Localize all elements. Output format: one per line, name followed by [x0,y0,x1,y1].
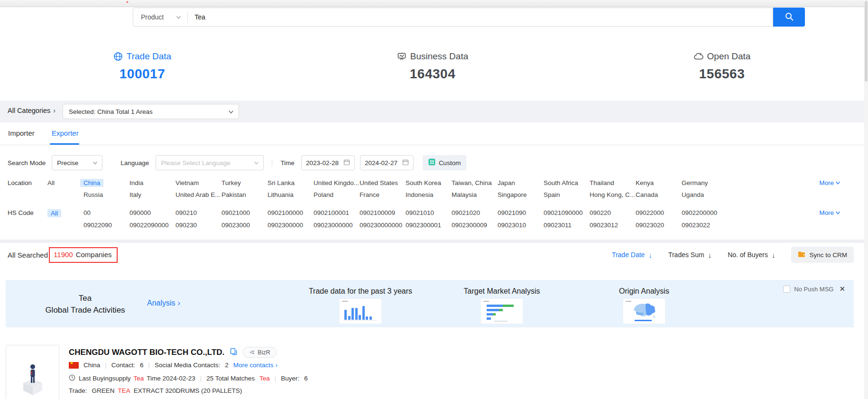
hscode-option[interactable]: 09021090 [498,209,544,217]
language-select[interactable]: Please Select Language [156,155,264,170]
location-option[interactable]: Malaysia [452,191,498,198]
location-option[interactable]: Italy [129,191,175,198]
location-option[interactable]: Vietnam [175,179,222,187]
sort-no-of-buyers[interactable]: No. of Buyers ↓ [728,251,775,259]
location-option[interactable]: South Korea [406,179,452,187]
hscode-option[interactable]: 09023022 [682,222,728,229]
hscode-option[interactable]: 0902300009 [452,222,498,229]
hscode-option[interactable]: 0902300001 [406,222,452,229]
location-option[interactable]: Japan [498,179,544,187]
stat-trade-data[interactable]: Trade Data 100017 [90,51,194,82]
hscode-option[interactable]: 09022090 [83,222,129,229]
location-option[interactable]: Taiwan, China [452,179,498,187]
location-option[interactable]: Singapore [498,191,544,198]
tab-exporter[interactable]: Exporter [52,129,79,137]
date-to-input[interactable]: 2024-02-27 [360,155,414,170]
location-option[interactable]: Turkey [222,179,268,187]
hscode-option[interactable]: 090230 [175,222,222,229]
location-option[interactable]: Pakistan [222,191,268,198]
hscode-option[interactable]: 09021000 [222,209,268,217]
hscode-option[interactable]: 0902100001 [314,209,360,217]
location-option[interactable]: Thailand [590,179,636,187]
hscode-option[interactable]: 09023000 [222,222,268,229]
custom-date-button[interactable]: Custom [423,155,467,170]
selected-areas-dropdown[interactable]: Selected: China Total 1 Areas [63,104,239,119]
location-option[interactable]: Lithuania [268,191,314,198]
location-filter: Location All ChinaIndiaVietnamTurkeySri … [0,179,806,198]
location-option[interactable]: India [129,179,175,187]
company-name[interactable]: CHENGDU WAGOTT BIO-TECH CO.,LTD. [69,348,224,357]
more-contacts-link[interactable]: More contacts › [233,362,277,369]
hscode-option[interactable]: 090220 [590,209,636,217]
location-option[interactable]: United Arab E... [175,191,222,198]
sort-trade-date[interactable]: Trade Date ↓ [612,251,652,259]
date-from-input[interactable]: 2023-02-28 [301,155,355,170]
card-origin-analysis[interactable]: Origin Analysis [592,280,696,327]
hscode-option[interactable]: 09023010 [498,222,544,229]
company-thumbnail[interactable] [6,345,59,399]
card-trade-data-3-years[interactable]: Trade data for the past 3 years [308,280,413,327]
hscode-option[interactable]: 090230000000 [360,222,406,229]
location-option[interactable]: Sri Lanka [268,179,314,187]
hscode-more-link[interactable]: More [819,209,840,216]
hscode-option[interactable]: 09021020 [452,209,498,217]
location-option[interactable]: Russia [83,191,129,198]
location-all-option[interactable]: All [47,179,83,187]
location-option[interactable]: United States [360,179,406,187]
no-push-msg-control: No Push MSG ✕ [783,285,845,293]
location-more-link[interactable]: More [819,179,840,186]
scrollbar[interactable] [864,0,868,399]
hscode-option[interactable]: 09023012 [590,222,636,229]
hscode-option[interactable]: 09021090000 [544,209,590,217]
sync-to-crm-button[interactable]: Sync to CRM [791,247,854,263]
hscode-option[interactable]: 00 [83,209,129,217]
tab-importer[interactable]: Importer [8,129,35,137]
hscode-option[interactable]: 09022000 [636,209,682,217]
buyer-value: 6 [304,375,308,382]
location-option[interactable]: France [360,191,406,198]
close-icon[interactable]: ✕ [839,285,845,293]
search-button[interactable] [773,8,805,27]
hscode-option[interactable]: 0902200000 [682,209,728,217]
card-title: Trade data for the past 3 years [308,287,413,296]
card-target-market-analysis[interactable]: Target Market Analysis [450,280,554,327]
analysis-link[interactable]: Analysis › [147,299,180,307]
search-input[interactable] [188,13,773,21]
hscode-all-option[interactable]: All [47,209,61,217]
search-category-select[interactable]: Product [133,13,187,21]
hscode-option[interactable]: 0902100000 [268,209,314,217]
all-categories-link[interactable]: All Categories › [8,107,55,114]
no-push-checkbox[interactable] [783,286,790,293]
search-mode-select[interactable]: Precise [52,155,102,170]
location-option[interactable]: Kenya [636,179,682,187]
copy-icon[interactable] [230,348,237,357]
hscode-option[interactable]: 0902300000 [268,222,314,229]
spacer [47,191,83,198]
location-option[interactable]: Spain [544,191,590,198]
hscode-option[interactable]: 09021010 [406,209,452,217]
hscode-option[interactable]: 090000 [129,209,175,217]
location-option[interactable]: China [80,179,103,187]
hscode-option[interactable]: 0902100009 [360,209,406,217]
trade-description: EXTRACT 320DRUMS (20 PALLETS) [134,387,242,394]
location-option[interactable]: Germany [682,179,728,187]
scrollbar-thumb[interactable] [865,1,868,82]
hscode-option[interactable]: 090210 [175,209,222,217]
location-option[interactable]: Uganda [682,191,728,198]
hscode-option[interactable]: 09022090000 [129,222,175,229]
location-option[interactable]: Poland [314,191,360,198]
chevron-right-icon: › [276,362,278,369]
location-option[interactable]: Indonesia [406,191,452,198]
location-option[interactable]: Hong Kong, C... [590,191,636,198]
sort-trades-sum[interactable]: Trades Sum ↓ [668,251,711,259]
stat-business-data[interactable]: Business Data 164304 [380,51,485,82]
hscode-option[interactable]: 09023000000 [314,222,360,229]
hscode-option[interactable]: 09023011 [544,222,590,229]
location-option[interactable]: United Kingdo... [314,179,360,187]
bizr-badge[interactable]: BizR [243,347,276,358]
location-option[interactable]: Canada [636,191,682,198]
chevron-down-icon [228,109,233,114]
stat-open-data[interactable]: Open Data 156563 [670,51,774,82]
location-option[interactable]: South Africa [544,179,590,187]
hscode-option[interactable]: 09023020 [636,222,682,229]
